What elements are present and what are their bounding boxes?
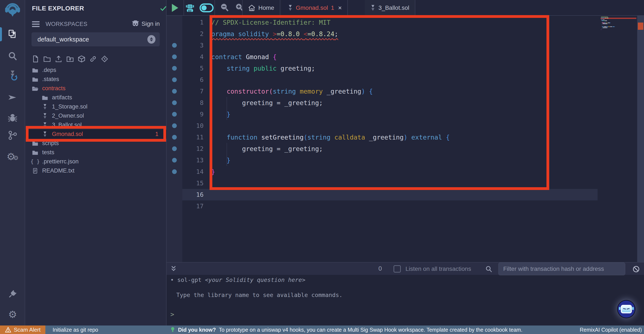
editor-scrollbar[interactable]	[637, 16, 644, 262]
ai-copilot-controls	[184, 0, 215, 16]
gutter-dot-icon	[172, 169, 177, 174]
gutter-cell[interactable]	[166, 43, 182, 48]
code-line-7[interactable]: 7 constructor(string memory _greeting) {	[166, 85, 644, 97]
scam-alert-button[interactable]: Scam Alert	[0, 326, 45, 334]
code-line-3[interactable]: 3	[166, 39, 644, 51]
solidity-unit-testing-icon[interactable]: ⚙⚙	[0, 149, 25, 164]
gutter-cell[interactable]	[166, 100, 182, 105]
minimap[interactable]	[600, 16, 637, 262]
tree-item-contracts[interactable]: contracts	[25, 84, 166, 93]
tree-item-scripts[interactable]: scripts	[25, 139, 166, 148]
line-number: 4	[182, 53, 204, 60]
minimap-line	[603, 27, 607, 28]
upload-file-icon[interactable]	[54, 55, 62, 63]
workspaces-menu-icon[interactable]	[32, 21, 40, 28]
remixai-assistant-button[interactable]	[617, 300, 636, 318]
tree-item-2-owner-sol[interactable]: 2_Owner.sol	[25, 111, 166, 120]
copilot-status[interactable]: RemixAI Copilot (enabled)	[580, 327, 642, 333]
json-icon: { }	[32, 158, 39, 165]
line-number: 7	[182, 88, 204, 95]
tree-item--states[interactable]: .states	[25, 75, 166, 84]
code-line-15[interactable]: 15	[166, 177, 644, 189]
tag-icon[interactable]	[100, 55, 108, 63]
folder-icon	[32, 140, 39, 147]
tree-item-1-storage-sol[interactable]: 1_Storage.sol	[25, 102, 166, 111]
tab-home[interactable]: Home	[242, 0, 280, 16]
gutter-cell[interactable]	[166, 158, 182, 163]
deploy-run-icon[interactable]	[0, 90, 25, 105]
collapse-terminal-icon[interactable]	[170, 265, 177, 273]
gutter-cell[interactable]	[166, 89, 182, 94]
code-line-4[interactable]: 4contract Gmonad {	[166, 51, 644, 62]
transaction-filter-input[interactable]: Filter with transaction hash or address	[498, 263, 625, 275]
debugger-icon[interactable]	[0, 110, 25, 125]
code-line-10[interactable]: 10	[166, 120, 644, 131]
new-folder-icon[interactable]	[43, 55, 51, 63]
gutter-cell[interactable]	[166, 123, 182, 128]
file-explorer-icon[interactable]	[0, 26, 25, 42]
tree-item-artifacts[interactable]: artifacts	[25, 93, 166, 102]
copilot-toggle[interactable]	[200, 3, 214, 12]
git-init-button[interactable]: Initialize as git repo	[52, 327, 98, 333]
ai-robot-icon[interactable]	[185, 2, 195, 13]
zoom-out-icon[interactable]	[220, 3, 229, 13]
gutter-cell[interactable]	[166, 66, 182, 71]
tab-3-ballot-sol[interactable]: 3_Ballot.sol	[365, 0, 415, 16]
error-marker	[638, 22, 643, 30]
tree-item-label: .states	[42, 76, 59, 82]
tab-gmonad-sol[interactable]: Gmonad.sol 1 ×	[282, 0, 348, 16]
code-line-2[interactable]: 2pragma solidity >=0.8.0 <=0.8.24;	[166, 28, 644, 39]
tree-item-gmonad-sol[interactable]: Gmonad.sol1	[25, 130, 166, 139]
gutter-dot-icon	[172, 100, 177, 105]
code-line-1[interactable]: 1// SPDX-License-Identifier: MIT	[166, 16, 644, 28]
code-line-6[interactable]: 6	[166, 74, 644, 85]
code-line-9[interactable]: 9 }	[166, 108, 644, 120]
tab-close-icon[interactable]: ×	[338, 4, 342, 11]
gutter-cell[interactable]	[166, 112, 182, 117]
line-number: 17	[182, 203, 204, 210]
workspace-select[interactable]: default_workspace	[32, 32, 160, 46]
git-icon[interactable]	[0, 128, 25, 143]
code-line-16[interactable]: 16	[166, 189, 644, 200]
new-file-icon[interactable]	[32, 55, 40, 63]
tree-item--prettierrc-json[interactable]: { }.prettierrc.json	[25, 157, 166, 166]
tree-item--deps[interactable]: .deps	[25, 65, 166, 75]
sign-in-button[interactable]: Sign in	[132, 20, 160, 27]
minimap-line	[612, 26, 612, 27]
tree-item-tests[interactable]: tests	[25, 148, 166, 157]
line-number: 13	[182, 157, 204, 164]
remix-logo-icon[interactable]	[0, 3, 25, 19]
gutter-cell[interactable]	[166, 146, 182, 151]
tab-label: Gmonad.sol	[296, 4, 328, 11]
solidity-compiler-icon[interactable]	[0, 67, 25, 82]
cube-icon[interactable]	[78, 55, 86, 63]
link-icon[interactable]	[89, 55, 97, 63]
minimap-line	[601, 18, 604, 18]
listen-checkbox[interactable]	[394, 265, 401, 273]
code-line-12[interactable]: 12 greeting = _greeting;	[166, 143, 644, 154]
search-icon[interactable]	[0, 48, 25, 64]
gutter-dot-icon	[172, 43, 177, 48]
tree-item-readme-txt[interactable]: README.txt	[25, 166, 166, 175]
code-line-17[interactable]: 17	[166, 200, 644, 212]
terminal-output[interactable]: • sol-gpt <your Solidity question here> …	[170, 276, 639, 318]
gutter-cell[interactable]	[166, 135, 182, 140]
minimap-line	[603, 23, 607, 24]
code-line-8[interactable]: 8 greeting = _greeting;	[166, 97, 644, 108]
code-line-5[interactable]: 5 string public greeting;	[166, 62, 644, 74]
search-icon[interactable]	[485, 265, 492, 274]
code-editor[interactable]: 1// SPDX-License-Identifier: MIT2pragma …	[166, 16, 644, 262]
gutter-cell[interactable]	[166, 77, 182, 82]
tree-item-3-ballot-sol[interactable]: 3_Ballot.sol	[25, 120, 166, 130]
plugin-manager-icon[interactable]	[0, 286, 25, 302]
code-line-13[interactable]: 13 }	[166, 154, 644, 166]
gutter-cell[interactable]	[166, 169, 182, 174]
code-line-11[interactable]: 11 function setGreeting(string calldata …	[166, 131, 644, 143]
code-line-14[interactable]: 14}	[166, 166, 644, 177]
terminal-prompt[interactable]: >	[170, 311, 639, 318]
run-script-button[interactable]	[166, 0, 184, 16]
gutter-cell[interactable]	[166, 54, 182, 59]
clear-console-icon[interactable]	[632, 265, 640, 274]
upload-folder-icon[interactable]	[66, 55, 74, 63]
settings-icon[interactable]: ⚙	[0, 307, 25, 322]
